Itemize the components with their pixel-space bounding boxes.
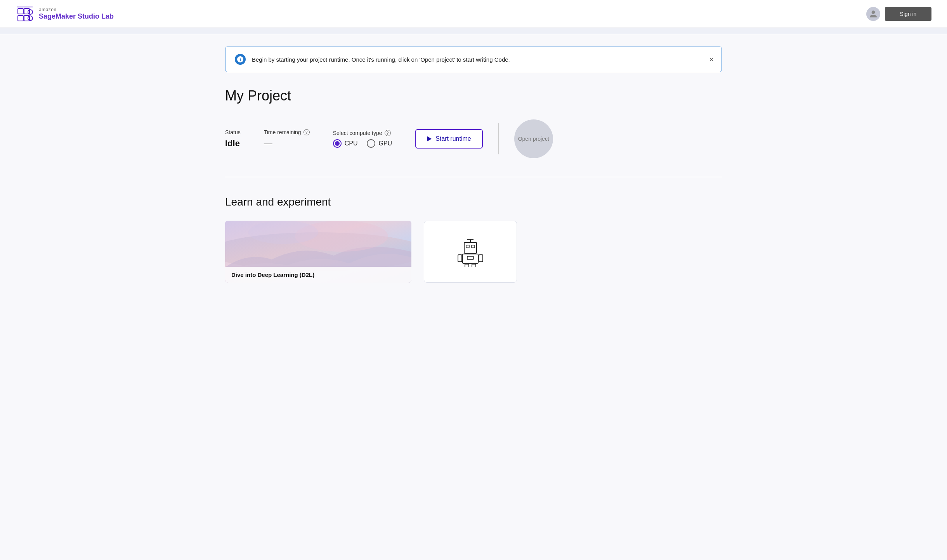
svg-rect-19	[465, 264, 469, 267]
gpu-radio-outer	[367, 139, 375, 148]
start-btn-label: Start runtime	[435, 135, 471, 142]
header-right: Sign in	[866, 7, 931, 21]
time-label-row: Time remaining ?	[264, 129, 310, 135]
play-icon	[427, 136, 432, 142]
user-icon	[869, 10, 878, 18]
user-name-button[interactable]: Sign in	[885, 7, 931, 21]
header: amazon SageMaker Studio Lab Sign in	[0, 0, 947, 28]
gpu-radio-label: GPU	[378, 140, 392, 147]
svg-rect-21	[467, 256, 474, 259]
info-svg-icon	[237, 56, 243, 62]
status-label: Status	[225, 129, 241, 135]
learn-title: Learn and experiment	[225, 196, 722, 208]
gpu-radio-option[interactable]: GPU	[367, 139, 392, 148]
compute-label-text: Select compute type	[333, 130, 382, 136]
open-project-button[interactable]: Open project	[514, 119, 553, 158]
time-label-text: Time remaining	[264, 129, 301, 135]
cpu-radio-outer	[333, 139, 342, 148]
svg-rect-17	[458, 255, 462, 262]
robot-card[interactable]	[424, 221, 517, 283]
status-value: Idle	[225, 138, 241, 149]
svg-rect-18	[479, 255, 483, 262]
amazon-label: amazon	[39, 7, 114, 12]
cpu-radio-inner	[335, 141, 340, 146]
compute-label-row: Select compute type ?	[333, 130, 392, 136]
robot-icon	[455, 236, 486, 267]
info-banner-text: Begin by starting your project runtime. …	[252, 56, 712, 63]
svg-point-6	[28, 16, 33, 21]
info-banner-close-button[interactable]: ×	[709, 55, 714, 63]
svg-rect-0	[18, 9, 23, 14]
cpu-radio-label: CPU	[345, 140, 358, 147]
cards-row: Dive into Deep Learning (D2L)	[225, 221, 722, 283]
status-section: Status Idle	[225, 129, 264, 149]
time-value: —	[264, 138, 310, 149]
product-name: SageMaker Studio Lab	[39, 12, 114, 20]
start-runtime-button[interactable]: Start runtime	[415, 129, 483, 149]
svg-point-5	[28, 10, 33, 14]
compute-help-icon[interactable]: ?	[385, 130, 391, 136]
d2l-card-title: Dive into Deep Learning (D2L)	[225, 267, 411, 283]
compute-type-section: Select compute type ? CPU GPU	[333, 130, 415, 148]
learn-section: Learn and experiment	[225, 177, 722, 301]
info-banner: Begin by starting your project runtime. …	[225, 47, 722, 72]
svg-point-10	[248, 221, 318, 244]
svg-rect-1	[18, 16, 23, 21]
sagemaker-logo-icon	[16, 5, 34, 23]
logo-text: amazon SageMaker Studio Lab	[39, 7, 114, 21]
svg-rect-14	[466, 245, 469, 248]
time-help-icon[interactable]: ?	[304, 129, 310, 135]
svg-rect-15	[472, 245, 475, 248]
compute-radio-group: CPU GPU	[333, 139, 392, 148]
d2l-card[interactable]: Dive into Deep Learning (D2L)	[225, 221, 411, 283]
vertical-divider	[498, 123, 499, 154]
main-content: Begin by starting your project runtime. …	[202, 47, 745, 301]
time-remaining-section: Time remaining ? —	[264, 129, 333, 149]
project-controls: Status Idle Time remaining ? — Select co…	[225, 119, 722, 177]
svg-rect-16	[463, 254, 478, 263]
info-icon	[235, 54, 246, 65]
logo-area: amazon SageMaker Studio Lab	[16, 5, 114, 23]
subheader-bar	[0, 28, 947, 34]
cpu-radio-option[interactable]: CPU	[333, 139, 358, 148]
project-title: My Project	[225, 88, 722, 104]
user-avatar	[866, 7, 880, 21]
svg-rect-20	[472, 264, 476, 267]
